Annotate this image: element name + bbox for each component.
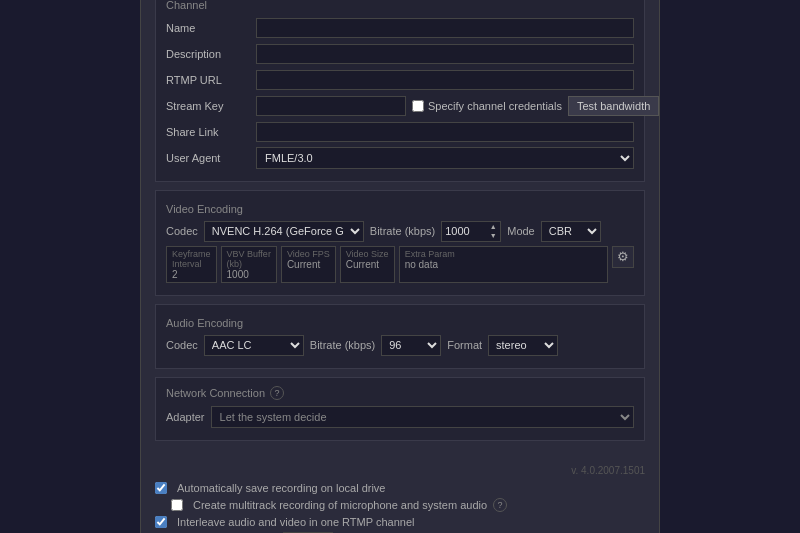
multitrack-checkbox[interactable] — [171, 499, 183, 511]
channel-panel: Channel Name Description RTMP URL Stream… — [155, 0, 645, 182]
specify-credentials-text: Specify channel credentials — [428, 100, 562, 112]
network-panel: Network Connection ? Adapter Let the sys… — [155, 377, 645, 441]
rtmp-url-input[interactable] — [256, 70, 634, 90]
share-link-row: Share Link — [166, 121, 634, 143]
extra-cell: Extra Param no data — [399, 246, 608, 283]
video-encoding-label: Video Encoding — [166, 203, 634, 215]
dialog-content: Channel Name Description RTMP URL Stream… — [141, 0, 659, 459]
audio-format-label: Format — [447, 339, 482, 351]
channel-section-label: Channel — [166, 0, 634, 11]
extra-value: no data — [405, 259, 602, 270]
audio-codec-row: Codec AAC LC Bitrate (kbps) 96 Format st… — [166, 335, 634, 356]
audio-codec-select[interactable]: AAC LC — [204, 335, 304, 356]
video-codec-row: Codec NVENC H.264 (GeForce G... Bitrate … — [166, 221, 634, 242]
keyframe-label: KeyframeInterval — [172, 249, 211, 269]
vbv-cell: VBV Buffer(kb) 1000 — [221, 246, 277, 283]
audio-format-select[interactable]: stereo — [488, 335, 558, 356]
spinbox-down[interactable]: ▼ — [486, 231, 500, 241]
video-bitrate-input[interactable] — [441, 221, 486, 242]
video-sub-row: KeyframeInterval 2 VBV Buffer(kb) 1000 V… — [166, 246, 634, 283]
audio-bitrate-select[interactable]: 96 — [381, 335, 441, 356]
stream-key-controls: Specify channel credentials Test bandwid… — [256, 96, 659, 116]
fps-value: Current — [287, 259, 330, 270]
specify-credentials-checkbox[interactable] — [412, 100, 424, 112]
fps-cell: Video FPS Current — [281, 246, 336, 283]
name-row: Name — [166, 17, 634, 39]
auto-save-label: Automatically save recording on local dr… — [177, 482, 386, 494]
video-codec-select[interactable]: NVENC H.264 (GeForce G... — [204, 221, 364, 242]
network-label: Network Connection — [166, 387, 265, 399]
extra-label: Extra Param — [405, 249, 602, 259]
spinbox-up[interactable]: ▲ — [486, 222, 500, 232]
vbv-value: 1000 — [227, 269, 271, 280]
stream-key-row: Stream Key Specify channel credentials T… — [166, 95, 634, 117]
user-agent-row: User Agent FMLE/3.0 — [166, 147, 634, 169]
adapter-select[interactable]: Let the system decide — [211, 406, 634, 428]
audio-encoding-panel: Audio Encoding Codec AAC LC Bitrate (kbp… — [155, 304, 645, 369]
stream-key-label: Stream Key — [166, 100, 256, 112]
multitrack-row: Create multitrack recording of microphon… — [171, 498, 645, 512]
share-link-input[interactable] — [256, 122, 634, 142]
multitrack-label: Create multitrack recording of microphon… — [193, 499, 487, 511]
adapter-label: Adapter — [166, 411, 205, 423]
test-bandwidth-button[interactable]: Test bandwidth — [568, 96, 659, 116]
audio-bitrate-label: Bitrate (kbps) — [310, 339, 375, 351]
interleave-row: Interleave audio and video in one RTMP c… — [155, 516, 645, 528]
adapter-row: Adapter Let the system decide — [166, 406, 634, 428]
specify-credentials-label[interactable]: Specify channel credentials — [412, 100, 562, 112]
auto-save-row: Automatically save recording on local dr… — [155, 482, 645, 494]
vbv-label: VBV Buffer(kb) — [227, 249, 271, 269]
help-icon[interactable]: ? — [270, 386, 284, 400]
video-bitrate-spinbox: ▲ ▼ — [441, 221, 501, 242]
dialog: Custom RTMP Properties ✕ Channel Name De… — [140, 0, 660, 533]
spinbox-arrows: ▲ ▼ — [486, 221, 501, 242]
size-label: Video Size — [346, 249, 389, 259]
size-value: Current — [346, 259, 389, 270]
rtmp-url-label: RTMP URL — [166, 74, 256, 86]
footer-area: v. 4.0.2007.1501 Automatically save reco… — [141, 459, 659, 534]
video-bitrate-label: Bitrate (kbps) — [370, 225, 435, 237]
name-label: Name — [166, 22, 256, 34]
keyframe-cell: KeyframeInterval 2 — [166, 246, 217, 283]
video-encoding-panel: Video Encoding Codec NVENC H.264 (GeForc… — [155, 190, 645, 296]
description-row: Description — [166, 43, 634, 65]
share-link-label: Share Link — [166, 126, 256, 138]
description-input[interactable] — [256, 44, 634, 64]
audio-encoding-label: Audio Encoding — [166, 317, 634, 329]
multitrack-help-icon[interactable]: ? — [493, 498, 507, 512]
gear-button[interactable]: ⚙ — [612, 246, 634, 268]
video-mode-label: Mode — [507, 225, 535, 237]
fps-label: Video FPS — [287, 249, 330, 259]
size-cell: Video Size Current — [340, 246, 395, 283]
interleave-checkbox[interactable] — [155, 516, 167, 528]
user-agent-label: User Agent — [166, 152, 256, 164]
stream-key-input[interactable] — [256, 96, 406, 116]
auto-save-checkbox[interactable] — [155, 482, 167, 494]
user-agent-select[interactable]: FMLE/3.0 — [256, 147, 634, 169]
video-mode-select[interactable]: CBR — [541, 221, 601, 242]
video-codec-label: Codec — [166, 225, 198, 237]
keyframe-value: 2 — [172, 269, 211, 280]
interleave-label: Interleave audio and video in one RTMP c… — [177, 516, 414, 528]
version-text: v. 4.0.2007.1501 — [571, 465, 645, 476]
rtmp-url-row: RTMP URL — [166, 69, 634, 91]
audio-codec-label: Codec — [166, 339, 198, 351]
description-label: Description — [166, 48, 256, 60]
name-input[interactable] — [256, 18, 634, 38]
